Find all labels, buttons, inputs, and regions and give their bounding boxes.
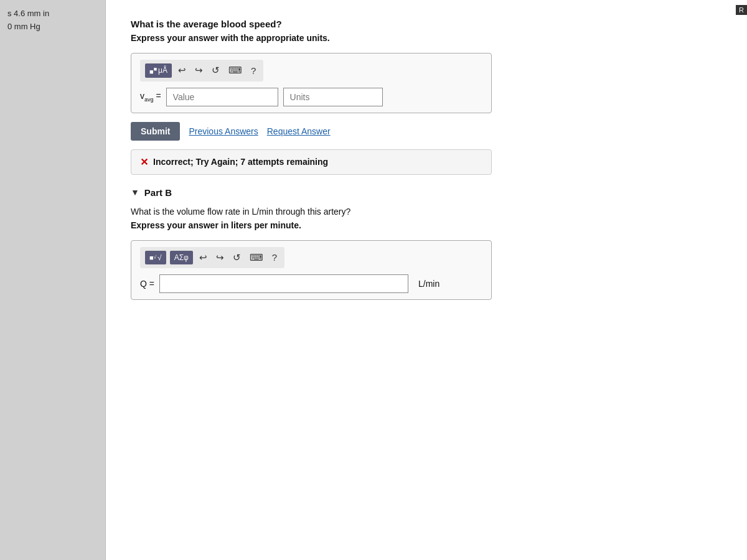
part-b-section: ▼ Part B What is the volume flow rate in… [131, 187, 722, 300]
part-a-answer-box: ■■ μÅ ↩ ↪ ↺ ⌨ ? vavg = [131, 53, 492, 113]
error-box: ✕ Incorrect; Try Again; 7 attempts remai… [131, 149, 492, 175]
request-answer-link[interactable]: Request Answer [267, 126, 331, 136]
format-label: μÅ [158, 66, 167, 75]
part-a-question: What is the average blood speed? [131, 19, 722, 29]
previous-answers-link[interactable]: Previous Answers [189, 126, 258, 136]
keyboard-button[interactable]: ⌨ [226, 63, 245, 77]
part-b-toolbar: ■√ √ ΑΣφ ↩ ↪ ↺ ⌨ ? [140, 247, 284, 268]
part-b-question: What is the volume flow rate in L/min th… [131, 207, 722, 217]
part-b-instruction: Express your answer in liters per minute… [131, 220, 722, 230]
part-b-input-row: Q = L/min [140, 274, 482, 293]
top-right-badge: R [736, 5, 747, 15]
part-b-variable: Q = [140, 279, 154, 289]
part-a-units-input[interactable] [283, 88, 383, 106]
submit-button[interactable]: Submit [131, 122, 180, 141]
sidebar-line1: s 4.6 mm in [7, 9, 49, 18]
submit-row: Submit Previous Answers Request Answer [131, 122, 722, 141]
collapse-arrow[interactable]: ▼ [131, 187, 139, 197]
part-b-greek-button[interactable]: ΑΣφ [170, 251, 193, 264]
part-b-refresh-button[interactable]: ↺ [230, 251, 243, 264]
part-a-value-input[interactable] [166, 88, 278, 106]
part-b-format-button[interactable]: ■√ √ [145, 251, 166, 264]
help-button[interactable]: ? [248, 64, 258, 77]
part-b-units-label: L/min [418, 279, 439, 289]
sidebar: s 4.6 mm in 0 mm Hg [0, 0, 106, 560]
part-b-redo-button[interactable]: ↪ [214, 251, 227, 264]
redo-button[interactable]: ↪ [192, 63, 205, 77]
part-b-undo-button[interactable]: ↩ [197, 251, 210, 264]
error-icon: ✕ [140, 156, 148, 168]
sidebar-content: s 4.6 mm in 0 mm Hg [7, 7, 98, 34]
part-b-title: Part B [144, 187, 172, 198]
part-b-answer-box: ■√ √ ΑΣφ ↩ ↪ ↺ ⌨ ? Q = L/ [131, 240, 492, 300]
part-a-toolbar: ■■ μÅ ↩ ↪ ↺ ⌨ ? [140, 60, 263, 82]
error-message: Incorrect; Try Again; 7 attempts remaini… [153, 157, 328, 167]
format-button[interactable]: ■■ μÅ [145, 63, 172, 78]
part-a-variable: vavg = [140, 91, 161, 103]
sidebar-line2: 0 mm Hg [7, 22, 40, 31]
undo-button[interactable]: ↩ [176, 63, 189, 77]
part-b-header: ▼ Part B [131, 187, 722, 198]
part-a-input-row: vavg = [140, 88, 482, 106]
part-b-help-button[interactable]: ? [270, 251, 280, 264]
main-content: What is the average blood speed? Express… [106, 0, 747, 560]
part-b-greek-label: ΑΣφ [174, 253, 189, 262]
part-a-instruction: Express your answer with the appropriate… [131, 33, 722, 43]
refresh-button[interactable]: ↺ [209, 63, 222, 77]
part-b-keyboard-button[interactable]: ⌨ [247, 251, 266, 264]
part-b-value-input[interactable] [159, 274, 408, 293]
